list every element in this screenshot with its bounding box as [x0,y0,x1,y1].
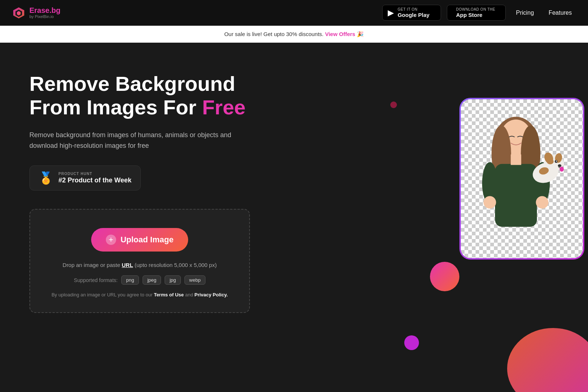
ph-title: #2 Product of the Week [58,176,132,185]
google-play-bottom: Google Play [398,12,430,18]
deco-pink-circle-small [404,335,419,350]
hero-image-card [459,98,584,260]
format-webp: webp [184,275,205,285]
transparency-checker [461,99,583,258]
purple-shape [459,98,584,260]
medal-icon: 🏅 [39,171,53,185]
hero-title: Remove Background From Images For Free [29,72,305,120]
promo-banner: Our sale is live! Get upto 30% discounts… [0,26,588,43]
app-store-bottom: App Store [456,12,495,18]
promo-text: Our sale is live! Get upto 30% discounts… [224,31,323,37]
upload-button-label: Upload Image [121,235,173,245]
logo-name: Erase.bg [29,6,61,14]
nav-right: ▶ GET IT ON Google Play Download on the … [382,5,576,21]
logo[interactable]: Erase.bg by PixelBin.io [12,6,61,20]
plus-icon: + [106,235,116,245]
svg-point-18 [556,161,557,162]
upload-dropzone[interactable]: + Upload Image Drop an image or paste UR… [29,209,250,313]
product-hunt-badge[interactable]: 🏅 PRODUCT HUNT #2 Product of the Week [29,165,141,190]
format-jpeg: jpeg [143,275,161,285]
svg-rect-8 [511,154,521,165]
svg-point-19 [558,164,562,167]
formats-label: Supported formats: [74,277,118,283]
hero-subtitle: Remove background from images of humans,… [29,130,243,151]
navbar: Erase.bg by PixelBin.io ▶ GET IT ON Goog… [0,0,588,26]
google-play-badge[interactable]: ▶ GET IT ON Google Play [382,5,441,21]
upload-image-button[interactable]: + Upload Image [91,228,188,252]
terms-of-use-link[interactable]: Terms of Use [154,292,184,297]
drop-instructions: Drop an image or paste URL (upto resolut… [45,262,234,268]
promo-link[interactable]: View Offers 🎉 [325,31,363,37]
hero-title-line2-prefix: From Images For [29,96,202,119]
right-column [445,50,588,307]
nav-pricing[interactable]: Pricing [512,7,538,19]
svg-point-21 [547,159,554,164]
google-play-icon: ▶ [388,8,394,18]
logo-sub: by PixelBin.io [29,14,61,19]
subject-illustration [461,99,571,239]
image-display [461,99,583,258]
format-jpg: jpg [165,275,180,285]
deco-red-circle [390,101,397,108]
supported-formats: Supported formats: png jpeg jpg webp [45,275,234,285]
svg-rect-7 [495,164,537,227]
terms-text: By uploading an image or URL you agree t… [45,292,234,297]
svg-point-20 [560,167,564,171]
hero-free-word: Free [202,96,245,119]
svg-point-12 [536,196,548,209]
svg-point-11 [484,196,496,209]
app-store-badge[interactable]: Download on the App Store [447,5,506,21]
left-column: Remove Background From Images For Free R… [29,65,305,313]
google-play-top: GET IT ON [398,7,430,12]
deco-gradient-circle-bottom [507,328,588,392]
logo-icon [12,6,26,20]
ph-label: PRODUCT HUNT [58,171,132,176]
privacy-policy-link[interactable]: Privacy Policy. [194,292,228,297]
nav-features[interactable]: Features [544,7,576,19]
main-content: Remove Background From Images For Free R… [0,43,588,392]
url-link[interactable]: URL [122,262,133,268]
format-png: png [121,275,139,285]
app-store-top: Download on the [456,7,495,12]
hero-title-line1: Remove Background [29,72,235,95]
